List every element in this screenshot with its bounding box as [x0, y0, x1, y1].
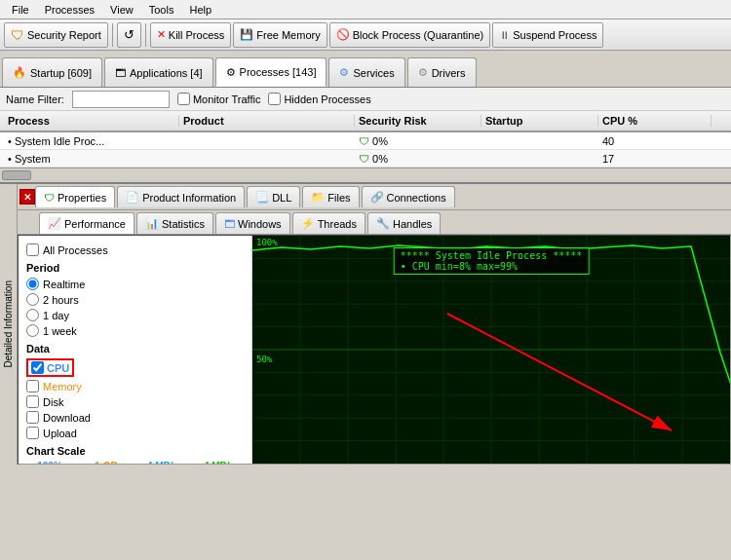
refresh-icon: ↺	[124, 27, 135, 42]
tab-product-info[interactable]: 📄 Product Information	[117, 186, 245, 207]
security-report-button[interactable]: 🛡 Security Report	[4, 22, 108, 48]
product-icon: 📄	[126, 191, 139, 204]
tab-performance[interactable]: 📈 Performance	[39, 212, 135, 234]
left-options-panel: All Processes Period Realtime 2 hours 1 …	[19, 236, 252, 464]
radio-2hours[interactable]: 2 hours	[26, 293, 244, 306]
net-scale: 4 MB/s Network 0 K/s	[196, 461, 243, 465]
kill-process-button[interactable]: ✕ Kill Process	[150, 22, 231, 48]
name-filter-input[interactable]	[72, 91, 170, 108]
data-upload-check[interactable]: Upload	[26, 427, 244, 439]
tab-properties[interactable]: 🛡 Properties	[35, 186, 115, 207]
table-row[interactable]: • System 🛡 0% 17	[0, 150, 731, 168]
menu-tools[interactable]: Tools	[141, 2, 182, 18]
tab-windows[interactable]: 🗔 Windows	[215, 212, 290, 234]
monitor-traffic-checkbox[interactable]	[177, 93, 190, 105]
menu-processes[interactable]: Processes	[37, 2, 102, 18]
properties-icon: 🛡	[44, 192, 55, 204]
col-product: Product	[179, 115, 355, 127]
col-startup: Startup	[481, 115, 598, 127]
disk-checkbox[interactable]	[26, 395, 39, 408]
tab-applications[interactable]: 🗔 Applications [4]	[104, 57, 213, 87]
data-disk-check[interactable]: Disk	[26, 395, 244, 408]
security-report-label: Security Report	[27, 29, 101, 41]
detail-content: All Processes Period Realtime 2 hours 1 …	[18, 235, 731, 465]
period-label: Period	[26, 262, 244, 274]
refresh-button[interactable]: ↺	[117, 22, 141, 48]
cpu-scale-top: 100%	[37, 461, 62, 465]
mem-scale-top: 1 GB	[95, 461, 117, 465]
hidden-processes-checkbox[interactable]	[268, 93, 281, 105]
col-process: Process	[4, 115, 179, 127]
tab-processes[interactable]: ⚙ Processes [143]	[215, 57, 327, 87]
monitor-traffic-check[interactable]: Monitor Traffic	[177, 93, 261, 105]
process-list: • System Idle Proc... 🛡 0% 40 • System 🛡…	[0, 132, 731, 182]
h-scroll-thumb[interactable]	[2, 170, 31, 180]
handles-icon: 🔧	[376, 217, 390, 230]
radio-1week-input[interactable]	[26, 324, 39, 337]
files-icon: 📁	[311, 191, 325, 204]
detail-area: Detailed Information ✕ 🛡 Properties 📄 Pr…	[0, 182, 731, 465]
menu-file[interactable]: File	[4, 2, 37, 18]
menu-bar: File Processes View Tools Help	[0, 0, 731, 19]
dll-icon: 📃	[255, 191, 269, 204]
tab-drivers[interactable]: ⚙ Drivers	[407, 57, 477, 87]
menu-help[interactable]: Help	[181, 2, 219, 18]
connections-icon: 🔗	[370, 191, 384, 204]
h-scrollbar[interactable]	[0, 168, 731, 181]
cpu-scale: 100% CPU 0%	[26, 461, 73, 465]
menu-view[interactable]: View	[102, 2, 141, 18]
drivers-icon: ⚙	[418, 66, 428, 79]
data-download-check[interactable]: Download	[26, 411, 244, 424]
mem-scale: 1 GB Memory 0 MB	[83, 461, 130, 465]
services-icon: ⚙	[339, 66, 349, 79]
upload-checkbox[interactable]	[26, 427, 39, 439]
hidden-processes-check[interactable]: Hidden Processes	[268, 93, 370, 105]
data-memory-check[interactable]: Memory	[26, 380, 244, 392]
detail-tab-row2: 📈 Performance 📊 Statistics 🗔 Windows ⚡ T…	[18, 210, 731, 235]
app-icon: 🗔	[115, 67, 126, 79]
windows-icon: 🗔	[224, 218, 235, 230]
block-icon: 🚫	[336, 28, 350, 41]
radio-1day-input[interactable]	[26, 309, 39, 321]
tooltip-cpu-info: • CPU min=8% max=99%	[401, 261, 583, 272]
radio-1week[interactable]: 1 week	[26, 324, 244, 337]
data-cpu-check[interactable]: CPU	[26, 358, 244, 377]
threads-icon: ⚡	[301, 217, 315, 230]
tab-dll[interactable]: 📃 DLL	[247, 186, 300, 207]
column-headers: Process Product Security Risk Startup CP…	[0, 111, 731, 132]
suspend-process-button[interactable]: ⏸ Suspend Process	[492, 22, 603, 48]
radio-realtime[interactable]: Realtime	[26, 278, 244, 290]
tab-files[interactable]: 📁 Files	[302, 186, 359, 207]
tab-threads[interactable]: ⚡ Threads	[292, 212, 366, 234]
col-cpu: CPU %	[598, 115, 712, 127]
table-row[interactable]: • System Idle Proc... 🛡 0% 40	[0, 132, 731, 150]
side-label-text: Detailed Information	[3, 280, 14, 368]
stats-icon: 📊	[145, 217, 159, 230]
download-checkbox[interactable]	[26, 411, 39, 424]
processes-icon: ⚙	[226, 66, 236, 79]
perf-icon: 📈	[48, 217, 61, 230]
block-process-button[interactable]: 🚫 Block Process (Quarantine)	[329, 22, 491, 48]
tab-statistics[interactable]: 📊 Statistics	[136, 212, 213, 234]
close-detail-button[interactable]: ✕	[19, 189, 35, 205]
all-processes-checkbox[interactable]	[26, 243, 39, 256]
filter-row: Name Filter: Monitor Traffic Hidden Proc…	[0, 88, 731, 111]
free-memory-button[interactable]: 💾 Free Memory	[233, 22, 327, 48]
shield-icon: 🛡	[11, 27, 24, 43]
data-label: Data	[26, 343, 244, 355]
side-label-panel: Detailed Information	[0, 184, 18, 465]
tab-services[interactable]: ⚙ Services	[328, 57, 404, 87]
memory-checkbox[interactable]	[26, 380, 39, 392]
cpu-checkbox[interactable]	[31, 361, 44, 374]
tab-startup[interactable]: 🔥 Startup [609]	[2, 57, 102, 87]
all-processes-check[interactable]: All Processes	[26, 243, 244, 256]
suspend-icon: ⏸	[499, 29, 510, 41]
radio-1day[interactable]: 1 day	[26, 309, 244, 321]
tab-handles[interactable]: 🔧 Handles	[367, 212, 441, 234]
proc-name: • System Idle Proc...	[4, 135, 179, 147]
proc-name: • System	[4, 153, 179, 165]
disk-scale-top: 4 MB/s	[147, 461, 178, 465]
tab-connections[interactable]: 🔗 Connections	[362, 186, 455, 207]
radio-realtime-input[interactable]	[26, 278, 39, 290]
radio-2hours-input[interactable]	[26, 293, 39, 306]
